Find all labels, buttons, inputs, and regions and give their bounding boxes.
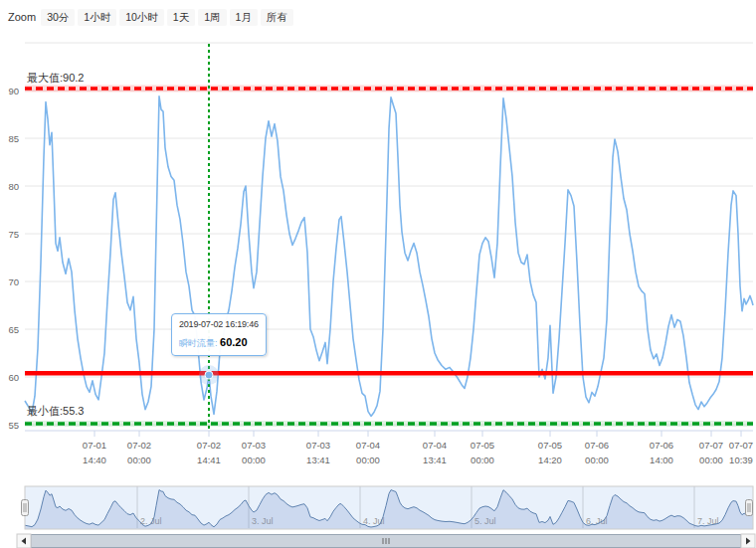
x-axis-label-date: 07-01 bbox=[83, 440, 106, 451]
x-axis-label-time: 00:00 bbox=[471, 455, 494, 465]
x-axis-label-time: 10:39 bbox=[729, 455, 753, 465]
x-axis-label-time: 00:00 bbox=[356, 455, 380, 465]
hover-marker bbox=[205, 371, 213, 379]
y-axis-label: 55 bbox=[8, 420, 19, 431]
y-axis-label: 80 bbox=[8, 181, 19, 192]
zoom-range-button-3[interactable]: 1天 bbox=[167, 9, 195, 26]
flow-monitor-chart: Zoom 30分1小时10小时1天1周1月所有 5560657075808590… bbox=[0, 0, 756, 548]
x-axis-label-date: 07-03 bbox=[242, 440, 266, 451]
zoom-range-button-5[interactable]: 1月 bbox=[230, 9, 258, 26]
y-axis-label: 70 bbox=[8, 276, 19, 287]
navigator-handle-left[interactable] bbox=[22, 500, 29, 516]
x-axis-label-time: 14:40 bbox=[83, 455, 106, 465]
navigator-handle-right[interactable] bbox=[746, 500, 753, 516]
zoom-range-button-2[interactable]: 10小时 bbox=[119, 9, 164, 26]
x-axis-label-date: 07-06 bbox=[585, 440, 609, 451]
x-axis-label-time: 00:00 bbox=[242, 455, 266, 465]
x-axis-label-time: 00:00 bbox=[127, 455, 151, 465]
x-axis-label-time: 13:41 bbox=[423, 455, 447, 465]
x-axis-label-date: 07-05 bbox=[538, 440, 562, 451]
scrollbar-right-button[interactable] bbox=[741, 534, 755, 548]
x-axis-label-date: 07-04 bbox=[356, 440, 380, 451]
x-axis-label-date: 07-06 bbox=[650, 440, 673, 451]
chart-canvas: 556065707580859007-0114:4007-0200:0007-0… bbox=[0, 0, 756, 548]
zoom-range-button-4[interactable]: 1周 bbox=[198, 9, 226, 26]
y-axis-label: 60 bbox=[8, 372, 19, 383]
x-axis-label-date: 07-02 bbox=[197, 440, 221, 451]
x-axis-label-time: 14:41 bbox=[197, 455, 221, 465]
tooltip-value: 60.20 bbox=[220, 336, 248, 348]
y-axis-label: 85 bbox=[8, 133, 19, 144]
x-axis-label-time: 13:41 bbox=[306, 455, 330, 465]
x-axis-label-date: 07-07 bbox=[729, 440, 753, 451]
zoom-range-button-0[interactable]: 30分 bbox=[41, 9, 75, 26]
zoom-range-button-1[interactable]: 1小时 bbox=[78, 9, 116, 26]
tooltip-datetime: 2019-07-02 16:19:46 bbox=[179, 319, 259, 329]
scrollbar-left-button[interactable] bbox=[17, 534, 31, 548]
x-axis-label-date: 07-03 bbox=[306, 440, 330, 451]
zoom-range-button-6[interactable]: 所有 bbox=[261, 9, 293, 26]
max-plotline-label: 最大值:90.2 bbox=[27, 71, 84, 86]
x-axis-label-date: 07-02 bbox=[127, 440, 151, 451]
y-axis-label: 65 bbox=[8, 324, 19, 335]
min-plotline-label: 最小值:55.3 bbox=[27, 404, 84, 419]
tooltip-series-label: 瞬时流量: bbox=[179, 338, 220, 348]
zoom-toolbar-label: Zoom bbox=[8, 11, 36, 23]
x-axis-label-time: 00:00 bbox=[585, 455, 609, 465]
y-axis-label: 90 bbox=[8, 86, 19, 96]
x-axis-label-time: 00:00 bbox=[699, 455, 723, 465]
x-axis-label-date: 07-04 bbox=[423, 440, 447, 451]
zoom-toolbar: Zoom 30分1小时10小时1天1周1月所有 bbox=[8, 9, 293, 26]
x-axis-label-time: 14:20 bbox=[538, 455, 562, 465]
x-axis-label-date: 07-07 bbox=[699, 440, 723, 451]
x-axis-label-time: 14:00 bbox=[650, 455, 673, 465]
chart-tooltip: 2019-07-02 16:19:46 瞬时流量: 60.20 bbox=[171, 313, 267, 356]
x-axis-label-date: 07-05 bbox=[471, 440, 494, 451]
y-axis-label: 75 bbox=[8, 229, 19, 240]
